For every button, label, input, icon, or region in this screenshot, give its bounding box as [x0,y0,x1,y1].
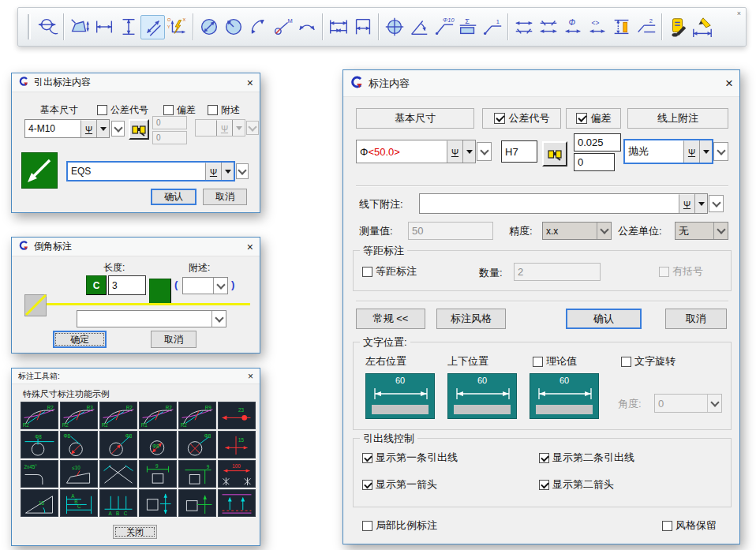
example-tile-circle-h[interactable]: Φ8 [21,431,58,458]
tolerance-code-checkbox[interactable]: 公差代号 [97,103,148,117]
note-checkbox[interactable]: 附述 [208,103,240,117]
dim-spacing-icon[interactable] [511,15,536,39]
special-char-button[interactable]: Ψ [80,120,96,137]
deviation-checkbox[interactable]: 偏差 [163,103,196,117]
equidistant-checkbox[interactable]: 等距标注 [362,264,417,279]
tol-unit-combo[interactable]: 无 [675,222,728,240]
second-leader-checkbox[interactable]: 显示第二条引出线 [539,451,634,465]
vertical-dim-icon[interactable] [116,15,140,39]
close-icon[interactable]: × [248,371,253,382]
coordinate-dim-icon[interactable]: OYX [165,15,189,39]
dim-history-dropdown[interactable] [111,121,125,137]
leader-m-dim-icon[interactable]: M [270,15,294,39]
arc-length-dim-icon[interactable] [294,15,319,39]
dim-circle-leader-icon[interactable] [36,15,60,39]
angle-leader-icon[interactable] [406,15,431,39]
ok-button[interactable]: 确认 [566,309,642,329]
example-tile-wedge[interactable]: ≤10 [60,460,98,488]
deviation-checkbox[interactable]: 偏差 [566,108,621,129]
example-tile-sq-side[interactable]: 9 [178,460,216,488]
lower-deviation-field[interactable]: 0 [574,153,615,171]
note-combo[interactable] [182,277,228,294]
special-char-button[interactable]: Ψ [683,140,699,163]
dialog-titlebar[interactable]: 引出标注内容 × [12,73,260,92]
example-tile-arc[interactable]: R2R2 [21,402,58,429]
length-input[interactable]: 3 [108,275,146,295]
dialog-titlebar[interactable]: 倒角标注 × [12,238,260,256]
special-char-button[interactable]: Ψ [205,163,221,180]
dim-edit-pencil-icon[interactable] [690,15,714,39]
precision-combo[interactable]: x.x [542,222,612,240]
cancel-button[interactable]: 取消 [151,331,196,348]
c-prefix-button[interactable]: C [86,275,107,295]
theoretical-checkbox[interactable]: 理论值 [533,354,577,369]
example-tile-cross[interactable] [99,460,137,488]
center-mark-icon[interactable] [382,15,406,39]
datum-target-icon[interactable]: Σ [455,15,480,39]
lower-deviation-field[interactable]: 0 [152,131,187,144]
quick-dim-icon[interactable] [67,15,92,39]
aligned-dim-icon[interactable] [140,15,165,39]
example-tile-arc[interactable]: R1R2 [139,402,177,429]
close-icon[interactable]: × [725,76,733,92]
chevron-down-icon[interactable] [213,278,227,294]
special-char-button[interactable]: Ψ [447,140,462,163]
first-arrow-checkbox[interactable]: 显示第一箭头 [362,477,437,492]
drop-button[interactable] [694,194,707,213]
example-tile-sq-leader[interactable] [178,489,216,517]
example-tile-circle-leader2[interactable]: Φ8 [99,431,137,458]
example-tile-chamfer[interactable]: 2x45° [21,460,58,488]
lookup-button[interactable] [542,141,567,166]
text-history-dropdown[interactable] [236,163,249,179]
below-note-history-dropdown[interactable] [709,195,724,212]
style-manager-icon[interactable] [665,15,690,39]
example-tile-arc[interactable]: R2R9 [178,402,216,429]
baseline-dim-icon[interactable] [326,15,350,39]
example-tile-sq-updown[interactable] [139,489,177,517]
dim-break-icon[interactable] [536,15,560,39]
example-tile-ordinate[interactable]: ABC [99,489,137,517]
text-rotate-checkbox[interactable]: 文字旋转 [621,354,676,369]
example-tile-circle-in[interactable]: Φ8 [139,431,177,458]
drop-button[interactable] [462,140,475,163]
dim-value-combo[interactable]: 4-M10 Ψ [24,119,110,138]
leader-text-combo[interactable]: EQS Ψ [67,162,234,181]
suffix-history-dropdown[interactable] [713,142,728,161]
dim-inspect-icon[interactable] [609,15,634,39]
tolerance-code-field[interactable]: H7 [501,140,537,163]
example-tile-triangle[interactable]: 15 [21,489,58,517]
dim-value-combo[interactable]: Φ<50.0> Ψ [356,140,476,163]
close-button[interactable]: 关闭 [113,525,157,539]
chevron-down-icon[interactable] [713,223,728,239]
toolbar-grip-handle[interactable] [28,14,31,39]
example-tile-sq-top[interactable]: 9 [139,460,177,488]
example-tile-stacked[interactable]: ABC [60,489,98,517]
lr-position-preview[interactable]: 60 [365,373,435,419]
drop-button[interactable] [699,140,712,163]
example-tile-stars[interactable]: 100 [218,460,256,488]
cancel-button[interactable]: 取消 [203,189,247,205]
example-tile-arc[interactable]: R2R2 [99,402,137,429]
chevron-down-icon[interactable] [597,223,611,239]
dim-style-button[interactable]: 标注风格 [436,309,506,329]
dim-brackets-icon[interactable]: <> [585,15,609,39]
lookup-button[interactable] [129,119,149,140]
drop-button[interactable] [96,120,109,137]
toolbar-close-icon[interactable]: × [735,9,743,18]
suffix-combo[interactable]: 抛光 Ψ [624,140,713,163]
example-tile-point[interactable]: 23 [218,402,256,429]
keep-style-checkbox[interactable]: 风格保留 [662,518,717,533]
example-tile-circle-x[interactable]: Φ8 [178,431,216,458]
diameter-dim-icon[interactable] [196,15,221,39]
ok-button[interactable]: 确定 [53,331,107,348]
below-note-combo[interactable]: Ψ [419,193,708,214]
dialog-titlebar[interactable]: 标注内容 × [343,70,739,97]
second-arrow-checkbox[interactable]: 显示第二箭头 [539,477,614,492]
angle-dim-icon[interactable] [245,15,270,39]
slope-leader-icon[interactable]: 1 [480,15,504,39]
chevron-down-icon[interactable] [211,311,226,327]
dim-slope-edit-icon[interactable]: 2 [634,15,658,39]
dim-diameter-edit-icon[interactable]: Φ [560,15,585,39]
drop-button[interactable] [221,163,234,180]
diameter-leader-icon[interactable]: Φ10 [431,15,455,39]
